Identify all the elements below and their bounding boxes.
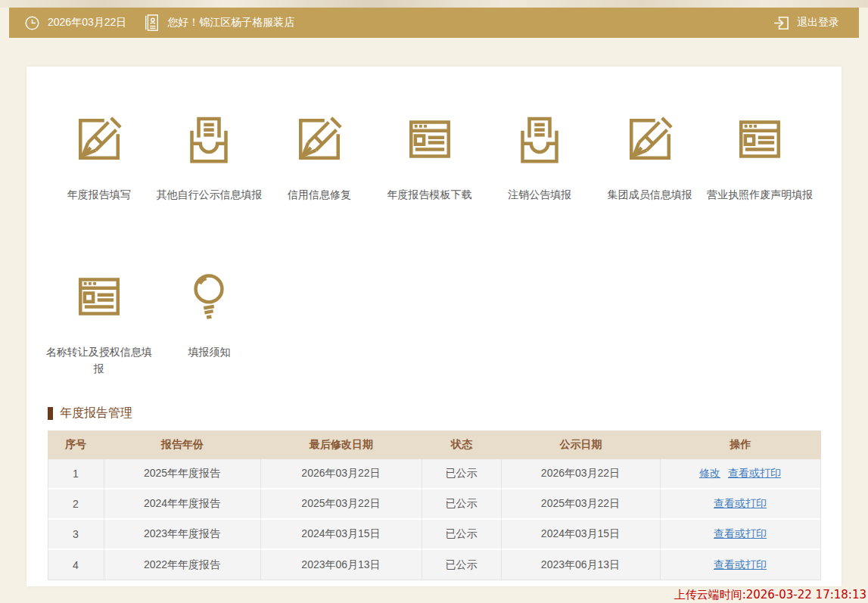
cell-report-year: 2025年年度报告 — [104, 459, 261, 490]
topbar-greeting: 您好！锦江区杨子格服装店 — [167, 16, 294, 30]
col-status: 状态 — [422, 430, 502, 459]
quick-action-label: 填报须知 — [154, 343, 265, 360]
cell-publish-date: 2025年03月22日 — [502, 490, 661, 520]
cell-publish-date: 2024年03月15日 — [502, 520, 661, 550]
clock-icon — [24, 15, 40, 31]
view-or-print-link[interactable]: 查看或打印 — [714, 558, 767, 570]
logout-button[interactable]: 退出登录 — [773, 14, 839, 32]
cell-report-year: 2024年年度报告 — [104, 490, 261, 520]
page-top-texture — [0, 0, 868, 8]
section-title-marker — [48, 407, 53, 420]
cell-last-modified: 2025年03月22日 — [261, 490, 422, 520]
cell-operations: 查看或打印 — [661, 550, 821, 580]
cell-report-year: 2022年年度报告 — [104, 550, 261, 580]
edit-icon — [72, 112, 126, 166]
template-window-icon — [403, 112, 457, 166]
quick-action-name-transfer-authorization[interactable]: 名称转让及授权信息填报 — [44, 269, 154, 377]
cell-last-modified: 2026年03月22日 — [261, 459, 422, 490]
cell-seq: 3 — [48, 520, 104, 550]
section-title-text: 年度报告管理 — [60, 406, 132, 421]
table-row: 2 2024年年度报告 2025年03月22日 已公示 2025年03月22日 … — [48, 490, 821, 520]
col-operations: 操作 — [661, 430, 821, 459]
table-row: 1 2025年年度报告 2026年03月22日 已公示 2026年03月22日 … — [48, 459, 821, 490]
quick-action-label: 集团成员信息填报 — [595, 186, 705, 203]
cell-publish-date: 2023年06月13日 — [502, 550, 661, 580]
col-publish-date: 公示日期 — [502, 430, 661, 459]
view-or-print-link[interactable]: 查看或打印 — [714, 497, 767, 509]
quick-action-label: 营业执照作废声明填报 — [705, 186, 816, 203]
logout-arrow-icon — [773, 14, 790, 32]
cell-status: 已公示 — [422, 550, 502, 580]
template-window-icon — [72, 269, 126, 324]
quick-action-annual-report-template-download[interactable]: 年度报告模板下载 — [375, 112, 485, 203]
quick-action-label: 注销公告填报 — [484, 186, 595, 203]
quick-action-label: 年度报告填写 — [44, 186, 154, 203]
cell-publish-date: 2026年03月22日 — [502, 459, 661, 490]
template-window-icon — [733, 112, 787, 166]
quick-action-label: 名称转让及授权信息填报 — [44, 343, 154, 377]
cell-status: 已公示 — [422, 490, 502, 520]
col-last-modified: 最后修改日期 — [261, 430, 422, 459]
view-or-print-link[interactable]: 查看或打印 — [728, 467, 781, 479]
cell-operations: 修改 查看或打印 — [661, 459, 821, 490]
id-badge-icon — [143, 14, 160, 32]
cell-seq: 4 — [48, 550, 104, 580]
quick-action-label: 信用信息修复 — [264, 186, 375, 203]
quick-action-filing-instructions[interactable]: 填报须知 — [154, 269, 265, 377]
inbox-document-icon — [512, 112, 567, 166]
inbox-document-icon — [182, 112, 236, 166]
view-or-print-link[interactable]: 查看或打印 — [714, 527, 767, 539]
cell-operations: 查看或打印 — [661, 490, 821, 520]
cell-seq: 2 — [48, 490, 104, 520]
table-row: 3 2023年年度报告 2024年03月15日 已公示 2024年03月15日 … — [48, 520, 821, 550]
edit-icon — [292, 112, 347, 166]
cell-last-modified: 2023年06月13日 — [261, 550, 422, 580]
section-title-annual-report-management: 年度报告管理 — [48, 406, 842, 421]
cell-status: 已公示 — [422, 520, 502, 550]
topbar-date-group: 2026年03月22日 您好！锦江区杨子格服装店 — [24, 14, 294, 32]
quick-action-label: 其他自行公示信息填报 — [154, 186, 265, 203]
table-header-row: 序号 报告年份 最后修改日期 状态 公示日期 操作 — [48, 430, 821, 459]
quick-actions-row-1: 年度报告填写 其他自行公示信息填报 信用信息修复 年度报告模板下载 注销公告填报… — [26, 112, 842, 203]
cell-status: 已公示 — [422, 459, 502, 490]
quick-action-cancellation-notice[interactable]: 注销公告填报 — [484, 112, 595, 203]
quick-actions-row-2: 名称转让及授权信息填报 填报须知 — [26, 269, 842, 377]
quick-action-other-self-publicity[interactable]: 其他自行公示信息填报 — [154, 112, 265, 203]
topbar-date: 2026年03月22日 — [48, 16, 126, 30]
annual-report-table: 序号 报告年份 最后修改日期 状态 公示日期 操作 1 2025年年度报告 20… — [48, 430, 821, 580]
quick-action-group-member-info[interactable]: 集团成员信息填报 — [595, 112, 705, 203]
table-row: 4 2022年年度报告 2023年06月13日 已公示 2023年06月13日 … — [48, 550, 821, 580]
main-panel: 年度报告填写 其他自行公示信息填报 信用信息修复 年度报告模板下载 注销公告填报… — [26, 67, 842, 586]
quick-action-license-void-declaration[interactable]: 营业执照作废声明填报 — [705, 112, 816, 203]
quick-action-label: 年度报告模板下载 — [375, 186, 485, 203]
cell-report-year: 2023年年度报告 — [104, 520, 261, 550]
cell-seq: 1 — [48, 459, 104, 490]
col-seq: 序号 — [48, 430, 104, 459]
upload-time-text: 上传云端时间:2026-03-22 17:18:13 — [0, 588, 868, 602]
topbar: 2026年03月22日 您好！锦江区杨子格服装店 退出登录 — [9, 8, 859, 38]
logout-label: 退出登录 — [797, 16, 839, 30]
lightbulb-icon — [182, 269, 236, 324]
quick-action-credit-repair[interactable]: 信用信息修复 — [264, 112, 375, 203]
edit-icon — [623, 112, 677, 166]
cell-last-modified: 2024年03月15日 — [261, 520, 422, 550]
modify-link[interactable]: 修改 — [699, 467, 720, 479]
quick-action-annual-report-fill[interactable]: 年度报告填写 — [44, 112, 154, 203]
cell-operations: 查看或打印 — [661, 520, 821, 550]
col-report-year: 报告年份 — [104, 430, 261, 459]
